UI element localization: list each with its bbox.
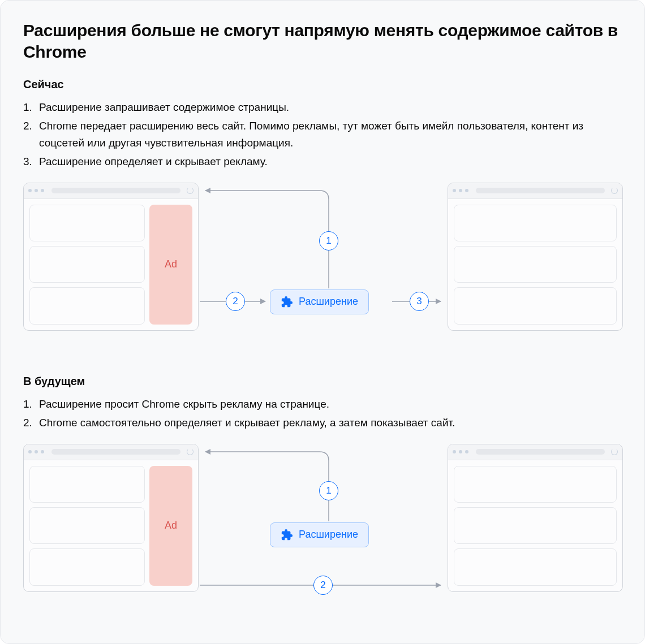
list-item: Chrome передает расширению весь сайт. По… [23,118,622,151]
window-dot-icon [41,189,44,192]
window-dot-icon [459,450,462,453]
content-block [454,287,617,324]
reload-icon [611,187,618,194]
content-block [29,287,145,324]
url-bar [476,188,605,193]
section-now-list: Расширение запрашивает содержимое страни… [23,99,622,170]
step-badge-2: 2 [226,292,245,311]
window-dot-icon [41,450,44,453]
step-badge-1: 1 [319,231,338,250]
content-block [29,507,145,544]
section-now-heading: Сейчас [23,78,622,91]
content-block [29,205,145,241]
main-title: Расширения больше не смогут напрямую мен… [23,20,622,62]
ad-block: Ad [149,466,192,586]
window-titlebar [448,183,622,199]
puzzle-icon [281,529,293,541]
url-bar [476,449,605,455]
window-dot-icon [28,450,32,453]
extension-badge: Расширение [270,522,369,547]
window-dot-icon [465,189,468,192]
ad-block: Ad [149,205,192,325]
step-badge-3: 3 [410,292,429,311]
puzzle-icon [281,296,293,308]
diagram-now: Ad Расши [23,183,623,347]
content-block [454,466,617,503]
reload-icon [187,448,194,455]
url-bar [51,188,180,193]
window-dot-icon [453,450,456,453]
content-block [454,205,617,241]
reload-icon [187,187,194,194]
window-titlebar [24,444,198,460]
window-dot-icon [35,450,38,453]
browser-window-clean [448,444,623,592]
window-dot-icon [453,189,456,192]
step-badge-2: 2 [313,576,333,595]
content-block [454,507,617,544]
list-item: Расширение определяет и скрывает рекламу… [23,153,622,170]
content-block [29,466,145,503]
browser-window-with-ad: Ad [23,183,199,331]
section-future-heading: В будущем [23,375,622,388]
window-titlebar [24,183,198,199]
browser-window-with-ad: Ad [23,444,199,592]
browser-window-clean [448,183,623,331]
section-future-list: Расширение просит Chrome скрыть рекламу … [23,396,622,431]
window-dot-icon [35,189,38,192]
window-dot-icon [459,189,462,192]
content-block [29,548,145,585]
window-dot-icon [28,189,32,192]
list-item: Расширение просит Chrome скрыть рекламу … [23,396,622,412]
diagram-future: Ad [23,444,623,608]
window-titlebar [448,444,622,460]
window-dot-icon [465,450,468,453]
list-item: Chrome самостоятельно определяет и скрыв… [23,414,622,431]
list-item: Расширение запрашивает содержимое страни… [23,99,622,115]
content-block [454,548,617,585]
reload-icon [611,448,618,455]
info-card: Расширения больше не смогут напрямую мен… [0,0,645,644]
extension-badge: Расширение [270,289,369,314]
content-block [454,246,617,283]
content-block [29,246,145,283]
extension-label: Расширение [299,296,358,308]
extension-label: Расширение [299,529,358,541]
url-bar [51,449,180,455]
step-badge-1: 1 [319,481,338,500]
